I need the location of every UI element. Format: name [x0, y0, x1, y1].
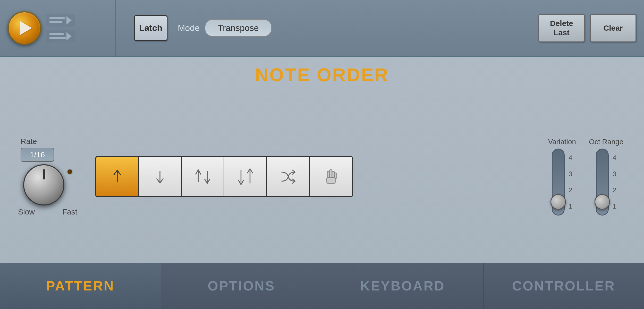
knob-dot-indicator	[67, 169, 72, 174]
svg-marker-2	[66, 16, 72, 24]
fast-label: Fast	[62, 208, 77, 216]
note-btn-downup[interactable]	[224, 157, 266, 196]
mode-section: Mode Transpose	[178, 19, 272, 37]
center-controls: Latch Mode Transpose	[124, 15, 531, 41]
rate-label: Rate	[21, 137, 37, 146]
play-section	[8, 0, 116, 56]
sequence-icons	[46, 14, 75, 42]
svg-rect-3	[49, 33, 64, 35]
oct-range-tick-2: 2	[613, 186, 616, 194]
svg-rect-1	[49, 21, 62, 23]
controls-row: Rate 1/16 Slow Fast	[0, 91, 644, 263]
mode-display[interactable]: Transpose	[205, 19, 272, 37]
variation-track[interactable]	[552, 149, 565, 216]
knob-container	[23, 164, 72, 205]
note-btn-random[interactable]	[267, 157, 309, 196]
variation-tick-4: 4	[569, 154, 572, 162]
rate-knob[interactable]	[23, 164, 64, 205]
variation-thumb[interactable]	[550, 194, 566, 210]
main-content: NOTE ORDER Rate 1/16 Slow Fast	[0, 57, 644, 263]
delete-last-button[interactable]: DeleteLast	[538, 14, 585, 42]
oct-range-tick-3: 3	[613, 170, 616, 178]
mode-label: Mode	[178, 23, 200, 33]
tab-controller[interactable]: CONTROLLER	[484, 263, 644, 309]
right-buttons: DeleteLast Clear	[538, 14, 636, 42]
section-title: NOTE ORDER	[0, 57, 644, 91]
svg-rect-0	[49, 17, 65, 19]
note-btn-up[interactable]	[96, 157, 138, 196]
oct-range-tick-4: 4	[613, 154, 616, 162]
sequence-forward-icon[interactable]	[46, 14, 75, 27]
note-btn-updown[interactable]	[182, 157, 224, 196]
top-toolbar: Latch Mode Transpose DeleteLast Clear	[0, 0, 644, 57]
svg-rect-16	[327, 177, 335, 183]
oct-range-ticks: 4 3 2 1	[613, 149, 616, 216]
svg-marker-5	[66, 32, 72, 40]
sliders-section: Variation 4 3 2 1 Oct Range	[548, 138, 629, 216]
clear-button[interactable]: Clear	[590, 14, 636, 42]
bottom-tabs: PATTERN OPTIONS KEYBOARD CONTROLLER	[0, 263, 644, 309]
rate-section: Rate 1/16 Slow Fast	[15, 137, 80, 216]
variation-tick-2: 2	[569, 186, 572, 194]
sequence-next-icon[interactable]	[46, 30, 75, 42]
oct-range-thumb[interactable]	[595, 194, 610, 210]
variation-tick-3: 3	[569, 170, 572, 178]
note-order-buttons	[95, 156, 353, 197]
oct-range-slider-group: Oct Range 4 3 2 1	[589, 138, 623, 216]
slow-fast-labels: Slow Fast	[15, 208, 80, 216]
oct-range-label: Oct Range	[589, 138, 623, 146]
rate-value: 1/16	[21, 148, 54, 162]
variation-tick-1: 1	[569, 202, 572, 210]
note-btn-asplayed[interactable]	[310, 157, 352, 196]
variation-label: Variation	[548, 138, 576, 146]
slow-label: Slow	[18, 208, 35, 216]
oct-range-tick-1: 1	[613, 202, 616, 210]
tab-keyboard[interactable]: KEYBOARD	[322, 263, 484, 309]
svg-rect-4	[49, 37, 66, 39]
oct-range-slider-wrapper: 4 3 2 1	[596, 149, 616, 216]
oct-range-track[interactable]	[596, 149, 609, 216]
variation-slider-wrapper: 4 3 2 1	[552, 149, 572, 216]
variation-ticks: 4 3 2 1	[569, 149, 572, 216]
latch-button[interactable]: Latch	[134, 15, 167, 41]
note-btn-down[interactable]	[139, 157, 181, 196]
tab-pattern[interactable]: PATTERN	[0, 263, 161, 309]
tab-options[interactable]: OPTIONS	[161, 263, 323, 309]
play-button[interactable]	[8, 11, 41, 45]
variation-slider-group: Variation 4 3 2 1	[548, 138, 576, 216]
